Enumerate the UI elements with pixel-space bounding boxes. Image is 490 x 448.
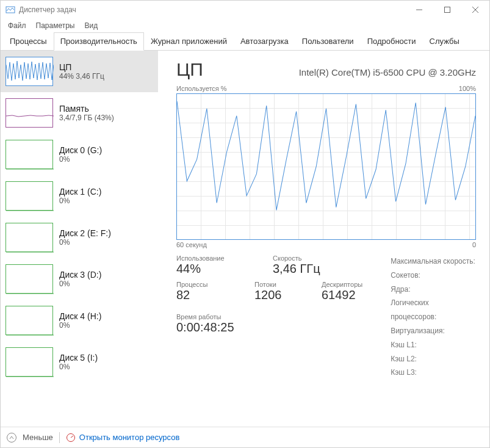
info-l2: Кэш L2:: [391, 352, 476, 366]
sidebar-thumb-disk5: [5, 347, 53, 377]
resource-monitor-icon: [66, 433, 76, 443]
sidebar-item-disk3[interactable]: Диск 3 (D:)0%: [1, 258, 158, 300]
utilization-label: Использование: [176, 255, 256, 262]
sidebar-item-disk0[interactable]: Диск 0 (G:)0%: [1, 134, 158, 175]
svg-line-6: [71, 436, 73, 438]
menu-options[interactable]: Параметры: [32, 20, 79, 31]
processes-value: 82: [176, 288, 237, 302]
graph-top-right: 100%: [459, 85, 476, 92]
sidebar-title: Диск 2 (E: F:): [59, 228, 111, 238]
speed-label: Скорость: [273, 255, 320, 262]
maximize-button[interactable]: [433, 1, 461, 19]
menu-file[interactable]: Файл: [4, 20, 30, 31]
graph-bottom-left: 60 секунд: [176, 241, 207, 248]
app-icon: [5, 5, 15, 15]
performance-main: ЦП Intel(R) Core(TM) i5-6500 CPU @ 3.20G…: [158, 51, 489, 427]
performance-sidebar[interactable]: ЦП44% 3,46 ГГцПамять3,4/7,9 ГБ (43%)Диск…: [1, 51, 158, 427]
info-maxspeed: Максимальная скорость:: [391, 255, 476, 269]
sidebar-item-mem[interactable]: Память3,4/7,9 ГБ (43%): [1, 92, 158, 134]
uptime-label: Время работы: [176, 313, 362, 320]
sidebar-thumb-disk0: [5, 140, 53, 169]
sidebar-thumb-cpu: [5, 57, 53, 86]
footer-separator: [59, 432, 60, 443]
sidebar-item-cpu[interactable]: ЦП44% 3,46 ГГц: [1, 51, 158, 92]
menubar: Файл Параметры Вид: [1, 19, 489, 32]
cpu-model: Intel(R) Core(TM) i5-6500 CPU @ 3.20GHz: [299, 67, 476, 78]
sidebar-thumb-mem: [5, 98, 53, 128]
info-cores: Ядра:: [391, 283, 476, 297]
sidebar-item-disk5[interactable]: Диск 5 (I:)0%: [1, 341, 158, 383]
sidebar-subtitle: 0%: [59, 280, 101, 288]
titlebar: Диспетчер задач: [1, 1, 489, 19]
sidebar-subtitle: 0%: [59, 197, 101, 205]
threads-value: 1206: [254, 288, 304, 302]
info-l1: Кэш L1:: [391, 338, 476, 352]
uptime-value: 0:00:48:25: [176, 320, 362, 334]
menu-view[interactable]: Вид: [81, 20, 101, 31]
cpu-heading: ЦП: [176, 59, 203, 80]
sidebar-title: ЦП: [59, 62, 104, 72]
svg-rect-2: [445, 7, 450, 13]
utilization-value: 44%: [176, 262, 256, 276]
sidebar-thumb-disk4: [5, 306, 53, 335]
footer: Меньше Открыть монитор ресурсов: [1, 427, 489, 447]
sidebar-title: Диск 5 (I:): [59, 353, 98, 363]
sidebar-subtitle: 0%: [59, 321, 101, 330]
tab-apphistory[interactable]: Журнал приложений: [144, 32, 234, 51]
handles-value: 61492: [322, 288, 362, 302]
sidebar-item-disk1[interactable]: Диск 1 (C:)0%: [1, 175, 158, 217]
sidebar-subtitle: 0%: [59, 363, 98, 371]
sidebar-item-disk4[interactable]: Диск 4 (H:)0%: [1, 300, 158, 341]
cpu-graph: [176, 93, 476, 240]
sidebar-thumb-disk1: [5, 181, 53, 211]
processes-label: Процессы: [176, 281, 237, 288]
sidebar-title: Диск 1 (C:): [59, 187, 101, 197]
open-resource-monitor-link[interactable]: Открыть монитор ресурсов: [66, 433, 179, 443]
tab-users[interactable]: Пользователи: [295, 32, 361, 51]
info-l3: Кэш L3:: [391, 366, 476, 380]
tab-bar: Процессы Производительность Журнал прило…: [1, 32, 489, 51]
handles-label: Дескрипторы: [322, 281, 362, 288]
threads-label: Потоки: [254, 281, 304, 288]
graph-top-left: Используется %: [176, 85, 227, 92]
tab-performance[interactable]: Производительность: [54, 32, 144, 51]
minimize-button[interactable]: [405, 1, 433, 19]
sidebar-title: Диск 3 (D:): [59, 270, 101, 280]
sidebar-thumb-disk3: [5, 264, 53, 294]
sidebar-title: Диск 0 (G:): [59, 145, 102, 155]
tab-processes[interactable]: Процессы: [3, 32, 54, 51]
info-virt: Виртуализация:: [391, 324, 476, 338]
speed-value: 3,46 ГГц: [273, 262, 320, 276]
info-logical: Логических процессоров:: [391, 296, 476, 324]
fewer-details-link[interactable]: Меньше: [23, 433, 53, 442]
sidebar-thumb-disk2: [5, 223, 53, 252]
tab-services[interactable]: Службы: [423, 32, 466, 51]
stats-grid: Использование 44% Скорость 3,46 ГГц Проц…: [176, 255, 476, 380]
sidebar-title: Диск 4 (H:): [59, 311, 101, 321]
close-button[interactable]: [461, 1, 489, 19]
info-sockets: Сокетов:: [391, 269, 476, 283]
open-resource-monitor-label: Открыть монитор ресурсов: [79, 433, 179, 442]
tab-startup[interactable]: Автозагрузка: [234, 32, 295, 51]
sidebar-subtitle: 3,4/7,9 ГБ (43%): [59, 114, 114, 122]
window-title: Диспетчер задач: [19, 5, 405, 14]
cpu-info-list: Максимальная скорость: Сокетов: Ядра: Ло…: [380, 255, 476, 380]
sidebar-subtitle: 44% 3,46 ГГц: [59, 72, 104, 81]
sidebar-item-disk2[interactable]: Диск 2 (E: F:)0%: [1, 217, 158, 258]
tab-details[interactable]: Подробности: [361, 32, 423, 51]
sidebar-subtitle: 0%: [59, 155, 102, 164]
sidebar-title: Память: [59, 104, 114, 114]
body: ЦП44% 3,46 ГГцПамять3,4/7,9 ГБ (43%)Диск…: [1, 51, 489, 427]
sidebar-subtitle: 0%: [59, 238, 111, 247]
chevron-up-icon[interactable]: [7, 433, 16, 443]
graph-bottom-right: 0: [472, 241, 476, 248]
